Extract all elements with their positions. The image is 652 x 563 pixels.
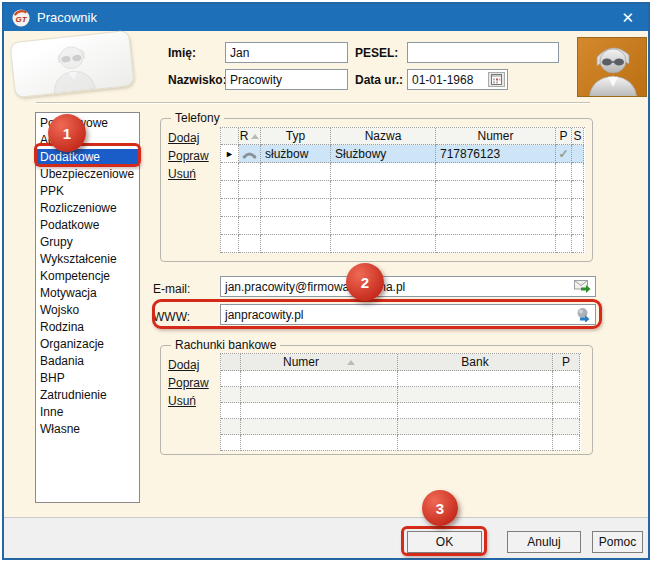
header-nazwa[interactable]: Nazwa [331, 128, 436, 145]
table-empty-cell [556, 235, 572, 253]
table-empty-cell [572, 163, 584, 181]
email-label: E-mail: [153, 282, 190, 296]
table-empty-cell [436, 181, 556, 199]
table-empty-cell [556, 199, 572, 217]
sidebar-item-motywacja[interactable]: Motywacja [36, 285, 139, 302]
table-empty-row [221, 371, 581, 387]
phone-type-icon [239, 145, 261, 163]
sidebar-item-wyksztalcenie[interactable]: Wykształcenie [36, 251, 139, 268]
telefony-row-selected[interactable]: ► służbow Służbowy 717876123 ✓ [221, 145, 585, 163]
table-empty-cell [398, 403, 553, 419]
header-selector[interactable] [221, 354, 241, 371]
table-empty-cell [553, 419, 580, 435]
telefony-usun-link[interactable]: Usuń [168, 167, 196, 181]
table-empty-cell [261, 181, 331, 199]
table-empty-cell [239, 181, 261, 199]
cell-numer: 717876123 [436, 145, 556, 163]
sidebar-item-wlasne[interactable]: Własne [36, 421, 139, 438]
send-email-icon[interactable] [574, 280, 591, 294]
annotation-rect-ok [401, 526, 487, 556]
rachunki-dodaj-link[interactable]: Dodaj [168, 358, 199, 372]
titlebar: GT Pracownik ✕ [4, 4, 648, 31]
table-empty-cell [436, 235, 556, 253]
sort-asc-icon [347, 360, 355, 365]
table-empty-cell [239, 199, 261, 217]
employee-avatar [577, 37, 647, 97]
pomoc-button[interactable]: Pomoc [592, 531, 643, 553]
telefony-dodaj-link[interactable]: Dodaj [168, 131, 199, 145]
screenshot-canvas: GT Pracownik ✕ Imię: Nazwisko: PESEL: Da… [0, 0, 652, 563]
sidebar-item-organizacje[interactable]: Organizacje [36, 336, 139, 353]
sidebar-item-podatkowe[interactable]: Podatkowe [36, 217, 139, 234]
header-typ[interactable]: Typ [261, 128, 331, 145]
email-input[interactable]: jan.pracowity@firmowadomena.pl [220, 276, 596, 297]
imie-input[interactable] [225, 42, 348, 63]
anuluj-button[interactable]: Anuluj [507, 531, 581, 553]
annotation-step-2: 2 [346, 263, 384, 301]
header-bank[interactable]: Bank [398, 354, 553, 371]
table-empty-cell [572, 235, 584, 253]
telefony-table: R Typ Nazwa Numer P S ► służbow Służbowy… [220, 127, 585, 253]
sidebar-item-inne[interactable]: Inne [36, 404, 139, 421]
telefony-popraw-link[interactable]: Popraw [168, 149, 209, 163]
header-numer[interactable]: Numer [241, 354, 398, 371]
table-empty-cell [553, 387, 580, 403]
table-empty-cell [556, 163, 572, 181]
sort-asc-icon [251, 134, 259, 139]
table-empty-cell [553, 403, 580, 419]
annotation-step-3: 3 [422, 490, 458, 526]
data-ur-input[interactable]: 01-01-1968 [407, 69, 508, 90]
person-avatar-icon [578, 38, 647, 97]
header-p[interactable]: P [553, 354, 580, 371]
telefony-group-label: Telefony [171, 111, 224, 125]
sidebar-item-bhp[interactable]: BHP [36, 370, 139, 387]
pesel-label: PESEL: [355, 46, 398, 60]
table-empty-cell [241, 403, 398, 419]
table-empty-cell [398, 419, 553, 435]
sidebar-item-ppk[interactable]: PPK [36, 183, 139, 200]
sidebar-item-wojsko[interactable]: Wojsko [36, 302, 139, 319]
sidebar-item-ubezpieczeniowe[interactable]: Ubezpieczeniowe [36, 166, 139, 183]
sidebar-item-rodzina[interactable]: Rodzina [36, 319, 139, 336]
svg-text:GT: GT [15, 14, 27, 23]
sidebar-item-kompetencje[interactable]: Kompetencje [36, 268, 139, 285]
annotation-step-1: 1 [48, 114, 86, 152]
table-empty-row [221, 435, 581, 451]
sidebar-item-grupy[interactable]: Grupy [36, 234, 139, 251]
table-empty-row [221, 419, 581, 435]
table-empty-cell [221, 163, 239, 181]
table-empty-cell [239, 163, 261, 181]
table-empty-cell [572, 199, 584, 217]
header-r[interactable]: R [239, 128, 261, 145]
table-empty-cell [261, 163, 331, 181]
table-empty-cell [241, 435, 398, 451]
header-p[interactable]: P [556, 128, 572, 145]
pesel-input[interactable] [407, 42, 559, 63]
rachunki-table-header: Numer Bank P [221, 354, 581, 371]
imie-label: Imię: [168, 46, 196, 60]
nazwisko-input[interactable] [225, 69, 348, 90]
rachunki-popraw-link[interactable]: Popraw [168, 376, 209, 390]
header-selector[interactable] [221, 128, 239, 145]
data-ur-label: Data ur.: [355, 73, 403, 87]
header-numer[interactable]: Numer [436, 128, 556, 145]
header-divider [36, 102, 590, 104]
rachunki-table: Numer Bank P [220, 353, 581, 451]
table-empty-cell [331, 235, 436, 253]
cell-p-check: ✓ [556, 145, 572, 163]
table-empty-cell [556, 217, 572, 235]
table-empty-row [221, 163, 585, 181]
table-empty-cell [331, 163, 436, 181]
table-empty-cell [241, 419, 398, 435]
table-empty-row [221, 387, 581, 403]
table-empty-cell [436, 217, 556, 235]
calendar-icon[interactable] [488, 72, 505, 87]
table-empty-cell [331, 217, 436, 235]
rachunki-usun-link[interactable]: Usuń [168, 394, 196, 408]
sidebar-item-zatrudnienie[interactable]: Zatrudnienie [36, 387, 139, 404]
table-empty-cell [221, 403, 241, 419]
close-button[interactable]: ✕ [615, 8, 640, 27]
sidebar-item-rozliczeniowe[interactable]: Rozliczeniowe [36, 200, 139, 217]
sidebar-item-badania[interactable]: Badania [36, 353, 139, 370]
header-s[interactable]: S [572, 128, 584, 145]
